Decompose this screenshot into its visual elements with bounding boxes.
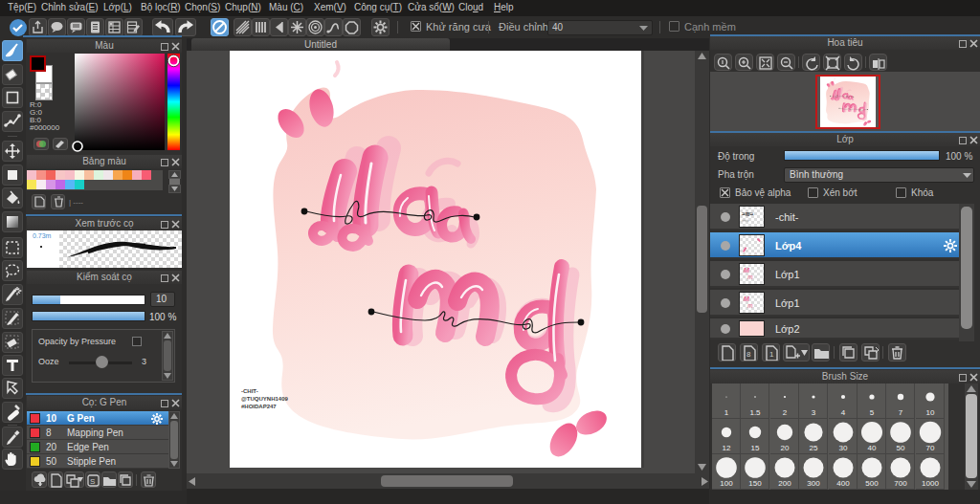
svg-text:150: 150 xyxy=(748,479,762,488)
svg-text:100: 100 xyxy=(720,479,733,488)
svg-text:3: 3 xyxy=(812,408,816,417)
svg-text:8: 8 xyxy=(746,350,751,359)
svg-text:.: . xyxy=(755,249,757,254)
svg-text:2: 2 xyxy=(783,408,788,417)
svg-text:1000: 1000 xyxy=(922,479,939,488)
svg-text:700: 700 xyxy=(894,479,907,488)
svg-text:30: 30 xyxy=(839,444,848,452)
svg-text:12: 12 xyxy=(723,444,731,452)
svg-text:m: m xyxy=(747,274,753,280)
svg-text:70: 70 xyxy=(926,444,935,452)
svg-text:≈≈≈: ≈≈≈ xyxy=(742,218,749,223)
svg-text:20: 20 xyxy=(781,444,790,452)
svg-text:1.5: 1.5 xyxy=(749,408,761,417)
svg-text:500: 500 xyxy=(865,479,879,488)
svg-text:15: 15 xyxy=(751,444,760,452)
svg-text:300: 300 xyxy=(807,479,820,488)
svg-text:-CHIT-: -CHIT- xyxy=(241,388,258,394)
svg-text:1: 1 xyxy=(769,350,774,359)
svg-text:25: 25 xyxy=(810,444,818,452)
svg-text:#HOIDAP247: #HOIDAP247 xyxy=(241,404,277,409)
svg-text:200: 200 xyxy=(778,479,791,488)
svg-text:1: 1 xyxy=(724,408,729,417)
svg-text:50: 50 xyxy=(897,444,905,452)
svg-text:7: 7 xyxy=(899,408,903,417)
svg-text:S: S xyxy=(90,477,95,486)
svg-text:4: 4 xyxy=(841,408,846,417)
svg-text:≈≋≈: ≈≋≈ xyxy=(742,210,754,217)
svg-text:5: 5 xyxy=(870,408,875,417)
svg-text:@TUQUYNH1409: @TUQUYNH1409 xyxy=(241,396,289,402)
svg-text:40: 40 xyxy=(868,444,877,452)
svg-text:10: 10 xyxy=(926,408,935,417)
svg-text:m: m xyxy=(747,302,753,309)
svg-text:400: 400 xyxy=(836,479,850,488)
